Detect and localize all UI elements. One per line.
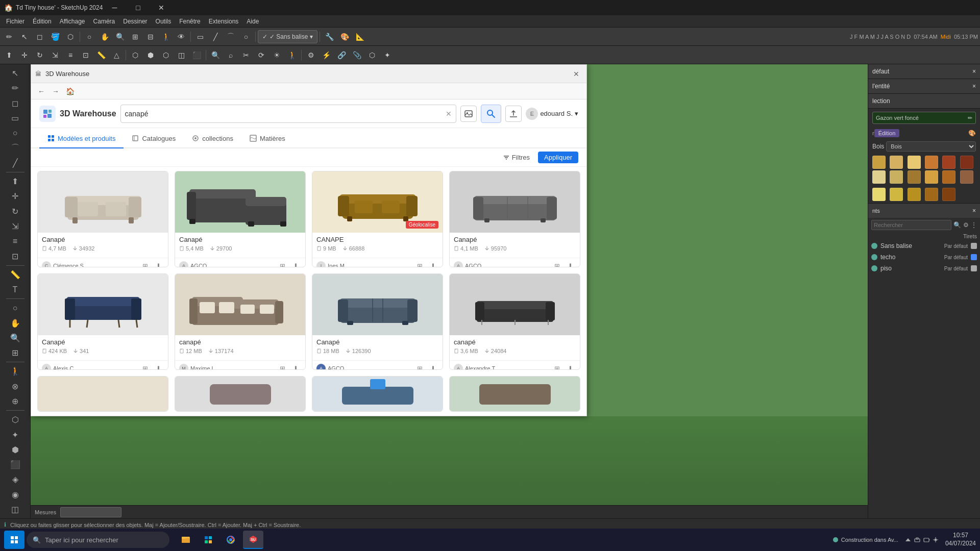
tool-search2[interactable]: ⌕ — [224, 48, 238, 62]
tool-ext5[interactable]: ⬡ — [365, 48, 379, 62]
swatch-15[interactable] — [908, 188, 921, 201]
tool-follow[interactable]: ≡ — [63, 48, 78, 62]
left-extra2[interactable]: ✦ — [6, 428, 24, 441]
swatch-17[interactable] — [942, 188, 955, 201]
tool-select[interactable]: ↖ — [17, 30, 32, 44]
left-extra1[interactable]: ⬡ — [6, 413, 24, 427]
left-line[interactable]: ╱ — [6, 156, 24, 170]
swatch-4[interactable] — [925, 156, 938, 169]
swatch-13[interactable] — [872, 188, 886, 201]
left-eraser[interactable]: ◻ — [6, 96, 24, 110]
model-download-btn-1[interactable]: ⬇ — [153, 260, 164, 267]
material-select[interactable]: Bois — [886, 141, 976, 152]
model-download-btn-8[interactable]: ⬇ — [565, 363, 576, 370]
tool-scale[interactable]: ⇲ — [48, 48, 62, 62]
start-button[interactable] — [4, 531, 24, 549]
rp-entity-close[interactable]: × — [972, 83, 976, 90]
layers-close[interactable]: × — [972, 207, 976, 214]
tool-zoom-fit[interactable]: ⊞ — [128, 30, 142, 44]
taskbar-app-explorer[interactable] — [176, 531, 196, 549]
maximize-button[interactable]: □ — [126, 0, 150, 15]
tab-collections[interactable]: collections — [184, 129, 241, 148]
tool-sandbox5[interactable]: ⬛ — [189, 48, 204, 62]
swatch-10[interactable] — [925, 170, 938, 184]
model-card-12[interactable] — [449, 376, 580, 412]
tab-materials[interactable]: Matières — [241, 129, 293, 148]
tool-ext2[interactable]: ⚡ — [319, 48, 333, 62]
tool-texture[interactable]: ⟳ — [254, 48, 268, 62]
menu-fichier[interactable]: Fichier — [2, 17, 29, 26]
model-card-9[interactable] — [37, 376, 168, 412]
tool-push-pull[interactable]: ⬆ — [2, 48, 16, 62]
layer-vis-2[interactable] — [871, 254, 877, 260]
tool-component[interactable]: 🔧 — [322, 30, 336, 44]
model-card-5[interactable]: Canapé 424 KB 341 — [37, 273, 168, 370]
tool-zoom[interactable]: 🔍 — [113, 30, 127, 44]
model-view-btn-2[interactable]: ⊞ — [277, 260, 288, 267]
taskbar-app-sketchup[interactable]: SU — [243, 531, 263, 549]
model-card-6[interactable]: canapé 12 MB 137174 — [175, 273, 306, 370]
layer-vis-1[interactable] — [871, 243, 877, 249]
tool-ext6[interactable]: ✦ — [380, 48, 395, 62]
left-paint[interactable]: ✏ — [6, 81, 24, 95]
tool-ext1[interactable]: ⚙ — [304, 48, 318, 62]
layers-settings-icon[interactable]: ⚙ — [963, 221, 969, 229]
model-view-btn-1[interactable]: ⊞ — [139, 260, 151, 267]
color-edit-icon[interactable]: ✏ — [968, 115, 972, 121]
model-download-btn-3[interactable]: ⬇ — [427, 260, 438, 267]
tool-offset[interactable]: ⊡ — [79, 48, 93, 62]
taskbar-search[interactable]: 🔍 Taper ici pour rechercher — [27, 532, 169, 548]
menu-outils[interactable]: Outils — [152, 17, 176, 26]
warehouse-close-button[interactable]: ✕ — [570, 68, 582, 80]
tool-zoomwin[interactable]: ⊟ — [143, 30, 158, 44]
tab-catalogs[interactable]: Catalogues — [124, 129, 184, 148]
model-view-btn-5[interactable]: ⊞ — [139, 363, 151, 370]
swatch-12[interactable] — [960, 170, 973, 184]
left-rotate[interactable]: ↻ — [6, 205, 24, 218]
left-extra5[interactable]: ◈ — [6, 472, 24, 486]
swatch-1[interactable] — [872, 156, 886, 169]
tool-line[interactable]: ╱ — [208, 30, 223, 44]
model-download-btn-2[interactable]: ⬇ — [290, 260, 301, 267]
tool-search[interactable]: 🔍 — [208, 48, 223, 62]
nav-home[interactable]: 🏠 — [64, 85, 76, 97]
measures-input[interactable] — [60, 507, 121, 517]
tool-section[interactable]: ✂ — [239, 48, 253, 62]
model-card-1[interactable]: Canapé 4,7 MB 34932 — [37, 171, 168, 267]
model-card-2[interactable]: Canapé 5,4 MB 29700 — [175, 171, 306, 267]
search-button[interactable] — [481, 105, 501, 123]
swatch-2[interactable] — [890, 156, 903, 169]
menu-affichage[interactable]: Affichage — [56, 17, 89, 26]
left-select[interactable]: ↖ — [6, 66, 24, 80]
layers-search[interactable] — [871, 220, 951, 230]
model-card-10[interactable] — [175, 376, 306, 412]
left-orbit[interactable]: ○ — [6, 301, 24, 315]
swatch-6[interactable] — [960, 156, 973, 169]
model-card-3[interactable]: Géolocalise CANAPE 9 MB 66888 — [312, 171, 443, 267]
swatch-5[interactable] — [942, 156, 955, 169]
left-offset[interactable]: ⊡ — [6, 249, 24, 263]
left-circle[interactable]: ○ — [6, 126, 24, 140]
model-download-btn-7[interactable]: ⬇ — [427, 363, 438, 370]
model-view-btn-7[interactable]: ⊞ — [414, 363, 425, 370]
tool-dimension[interactable]: 📐 — [353, 30, 367, 44]
left-scale[interactable]: ⇲ — [6, 219, 24, 233]
tool-orbit[interactable]: ○ — [82, 30, 96, 44]
tool-ext4[interactable]: 📎 — [350, 48, 364, 62]
search-image-button[interactable] — [460, 106, 477, 122]
left-extra6[interactable]: ◉ — [6, 488, 24, 502]
tool-sandbox[interactable]: ⬡ — [128, 48, 142, 62]
taskbar-app-chrome[interactable] — [220, 531, 241, 549]
tool-ext3[interactable]: 🔗 — [334, 48, 349, 62]
menu-edition[interactable]: Édition — [29, 17, 56, 26]
tool-3d[interactable]: ⬡ — [63, 30, 78, 44]
tool-walk[interactable]: 🚶 — [159, 30, 173, 44]
search-clear-icon[interactable]: ✕ — [446, 110, 452, 118]
model-download-btn-5[interactable]: ⬇ — [153, 363, 164, 370]
left-addon2[interactable]: ⊕ — [6, 394, 24, 408]
layers-search-icon[interactable]: 🔍 — [953, 221, 961, 229]
model-view-btn-3[interactable]: ⊞ — [414, 260, 425, 267]
left-pan[interactable]: ✋ — [6, 316, 24, 330]
left-zoomfit[interactable]: ⊞ — [6, 346, 24, 360]
left-text[interactable]: T — [6, 283, 24, 296]
